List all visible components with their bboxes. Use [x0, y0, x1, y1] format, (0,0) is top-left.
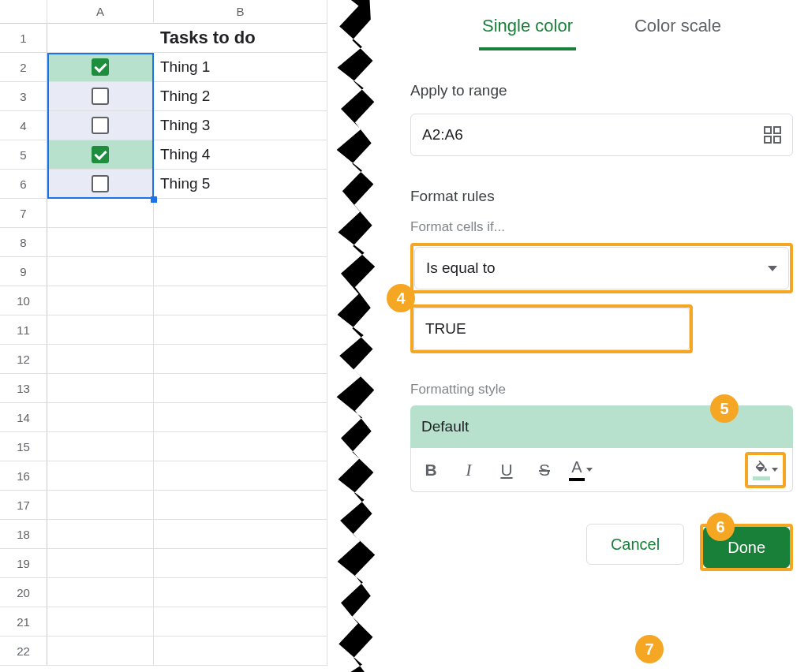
cell-a18[interactable] — [47, 520, 154, 549]
row-header[interactable]: 1 — [0, 24, 47, 53]
cell-b21[interactable] — [154, 607, 327, 637]
cell-b11[interactable] — [154, 315, 327, 345]
row-header[interactable]: 19 — [0, 549, 47, 578]
row-15: 15 — [0, 432, 339, 461]
apply-range-input[interactable]: A2:A6 — [410, 114, 793, 156]
cell-b5[interactable]: Thing 4 — [154, 140, 327, 170]
highlight-fill — [745, 452, 786, 488]
row-16: 16 — [0, 461, 339, 491]
checkbox-icon[interactable] — [92, 58, 109, 76]
corner[interactable] — [0, 0, 47, 24]
cell-b2[interactable]: Thing 1 — [154, 53, 327, 82]
cell-a20[interactable] — [47, 578, 154, 607]
cell-a15[interactable] — [47, 432, 154, 461]
cell-a21[interactable] — [47, 607, 154, 637]
cell-a5[interactable] — [47, 140, 154, 170]
row-header[interactable]: 18 — [0, 520, 47, 549]
cell-a13[interactable] — [47, 374, 154, 403]
row-header[interactable]: 15 — [0, 432, 47, 461]
cell-b22[interactable] — [154, 637, 327, 666]
cell-b20[interactable] — [154, 578, 327, 607]
cell-b19[interactable] — [154, 549, 327, 578]
cell-a14[interactable] — [47, 403, 154, 432]
col-header-b[interactable]: B — [154, 0, 327, 24]
cell-a1[interactable] — [47, 24, 154, 53]
cell-b14[interactable] — [154, 403, 327, 432]
cancel-button[interactable]: Cancel — [586, 524, 684, 565]
cell-a16[interactable] — [47, 461, 154, 491]
row-4: 4 Thing 3 — [0, 111, 339, 140]
italic-button[interactable]: I — [455, 457, 482, 483]
cell-a4[interactable] — [47, 111, 154, 140]
strikethrough-button[interactable]: S — [531, 457, 558, 483]
cell-a10[interactable] — [47, 286, 154, 315]
cell-a6[interactable] — [47, 170, 154, 199]
row-header[interactable]: 17 — [0, 491, 47, 520]
row-header[interactable]: 6 — [0, 170, 47, 199]
checkbox-icon[interactable] — [92, 117, 109, 134]
cell-a19[interactable] — [47, 549, 154, 578]
condition-select[interactable]: Is equal to — [414, 247, 789, 289]
format-rules-label: Format rules — [410, 188, 793, 205]
row-header[interactable]: 11 — [0, 315, 47, 345]
row-header[interactable]: 12 — [0, 345, 47, 374]
tab-single-color[interactable]: Single color — [479, 8, 576, 50]
row-header[interactable]: 5 — [0, 140, 47, 170]
cell-b15[interactable] — [154, 432, 327, 461]
cell-a17[interactable] — [47, 491, 154, 520]
cell-a3[interactable] — [47, 82, 154, 111]
cell-a12[interactable] — [47, 345, 154, 374]
condition-text-input[interactable]: TRUE — [413, 308, 690, 350]
cell-b18[interactable] — [154, 520, 327, 549]
cell-a11[interactable] — [47, 315, 154, 345]
fill-color-button[interactable] — [748, 455, 783, 485]
cell-a9[interactable] — [47, 257, 154, 286]
row-header[interactable]: 7 — [0, 199, 47, 228]
checkbox-icon[interactable] — [92, 146, 109, 163]
cell-b12[interactable] — [154, 345, 327, 374]
cell-b16[interactable] — [154, 461, 327, 491]
row-header[interactable]: 3 — [0, 82, 47, 111]
row-header[interactable]: 10 — [0, 286, 47, 315]
cell-a22[interactable] — [47, 637, 154, 666]
cell-b1[interactable]: Tasks to do — [154, 24, 327, 53]
row-header[interactable]: 2 — [0, 53, 47, 82]
row-header[interactable]: 4 — [0, 111, 47, 140]
cell-b10[interactable] — [154, 286, 327, 315]
row-header[interactable]: 21 — [0, 607, 47, 637]
column-headers: A B — [0, 0, 339, 24]
underline-button[interactable]: U — [493, 457, 520, 483]
text-color-button[interactable]: A — [569, 458, 593, 481]
condition-value: Is equal to — [426, 259, 496, 277]
grid-icon[interactable] — [764, 126, 781, 144]
row-header[interactable]: 16 — [0, 461, 47, 491]
col-header-a[interactable]: A — [47, 0, 154, 24]
checkbox-icon[interactable] — [92, 88, 109, 105]
cell-b9[interactable] — [154, 257, 327, 286]
checkbox-icon[interactable] — [92, 175, 109, 192]
row-header[interactable]: 14 — [0, 403, 47, 432]
row-header[interactable]: 13 — [0, 374, 47, 403]
cell-a7[interactable] — [47, 199, 154, 228]
cell-b6[interactable]: Thing 5 — [154, 170, 327, 199]
row-12: 12 — [0, 345, 339, 374]
cell-b8[interactable] — [154, 228, 327, 257]
callout-6: 6 — [706, 513, 735, 541]
tab-color-scale[interactable]: Color scale — [631, 8, 724, 50]
row-header[interactable]: 8 — [0, 228, 47, 257]
row-2: 2 Thing 1 — [0, 53, 339, 82]
chevron-down-icon — [772, 468, 778, 472]
format-cells-if-label: Format cells if... — [410, 219, 793, 235]
cell-b7[interactable] — [154, 199, 327, 228]
cell-a8[interactable] — [47, 228, 154, 257]
row-header[interactable]: 9 — [0, 257, 47, 286]
cell-b4[interactable]: Thing 3 — [154, 111, 327, 140]
cell-b17[interactable] — [154, 491, 327, 520]
row-header[interactable]: 22 — [0, 637, 47, 666]
cell-b3[interactable]: Thing 2 — [154, 82, 327, 111]
bold-button[interactable]: B — [417, 457, 444, 483]
cell-b13[interactable] — [154, 374, 327, 403]
cell-a2[interactable] — [47, 53, 154, 82]
highlight-value: TRUE — [410, 304, 693, 353]
row-header[interactable]: 20 — [0, 578, 47, 607]
